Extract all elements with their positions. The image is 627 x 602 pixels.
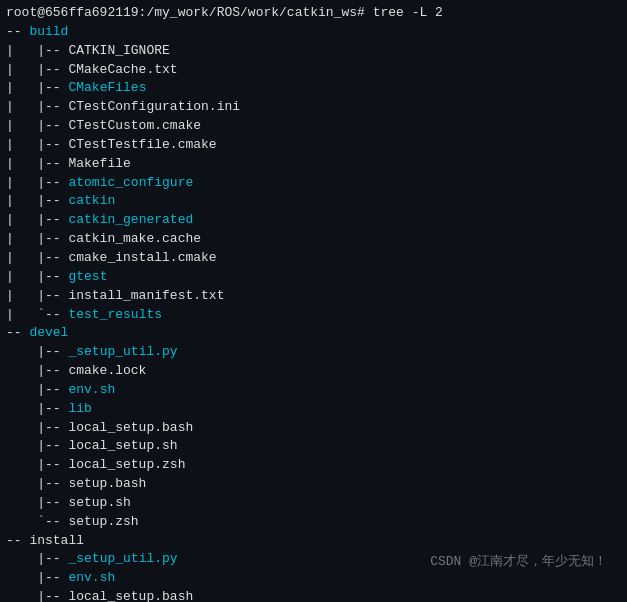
line-local-setup-bash-devel: |-- local_setup.bash	[6, 419, 621, 438]
line-local-setup-sh-devel: |-- local_setup.sh	[6, 437, 621, 456]
line-install-manifest: | |-- install_manifest.txt	[6, 287, 621, 306]
line-env-sh-install: |-- env.sh	[6, 569, 621, 588]
line-setup-util-install: |-- _setup_util.py	[6, 550, 621, 569]
line-catkin: | |-- catkin	[6, 192, 621, 211]
terminal: root@656ffa692119:/my_work/ROS/work/catk…	[0, 0, 627, 602]
line-setup-util-devel: |-- _setup_util.py	[6, 343, 621, 362]
line-ctesttestfile: | |-- CTestTestfile.cmake	[6, 136, 621, 155]
line-gtest: | |-- gtest	[6, 268, 621, 287]
line-catkin-generated: | |-- catkin_generated	[6, 211, 621, 230]
line-env-sh-devel: |-- env.sh	[6, 381, 621, 400]
line-setup-zsh-devel: `-- setup.zsh	[6, 513, 621, 532]
line-local-setup-zsh-devel: |-- local_setup.zsh	[6, 456, 621, 475]
line-setup-bash-devel: |-- setup.bash	[6, 475, 621, 494]
line-local-setup-bash-install: |-- local_setup.bash	[6, 588, 621, 602]
line-test-results: | `-- test_results	[6, 306, 621, 325]
line-catkin-make-cache: | |-- catkin_make.cache	[6, 230, 621, 249]
line-atomic: | |-- atomic_configure	[6, 174, 621, 193]
install-root: -- install	[6, 532, 621, 551]
devel-root: -- devel	[6, 324, 621, 343]
build-root: -- build	[6, 23, 621, 42]
line-makefile: | |-- Makefile	[6, 155, 621, 174]
line-cmake-lock: |-- cmake.lock	[6, 362, 621, 381]
line-cmake-install: | |-- cmake_install.cmake	[6, 249, 621, 268]
line-catkin-ignore: | |-- CATKIN_IGNORE	[6, 42, 621, 61]
line-lib: |-- lib	[6, 400, 621, 419]
line-ctestcustom: | |-- CTestCustom.cmake	[6, 117, 621, 136]
prompt-line: root@656ffa692119:/my_work/ROS/work/catk…	[6, 4, 621, 23]
line-cmakecache: | |-- CMakeCache.txt	[6, 61, 621, 80]
line-cmakefiles: | |-- CMakeFiles	[6, 79, 621, 98]
line-setup-sh-devel: |-- setup.sh	[6, 494, 621, 513]
line-ctestconfig: | |-- CTestConfiguration.ini	[6, 98, 621, 117]
